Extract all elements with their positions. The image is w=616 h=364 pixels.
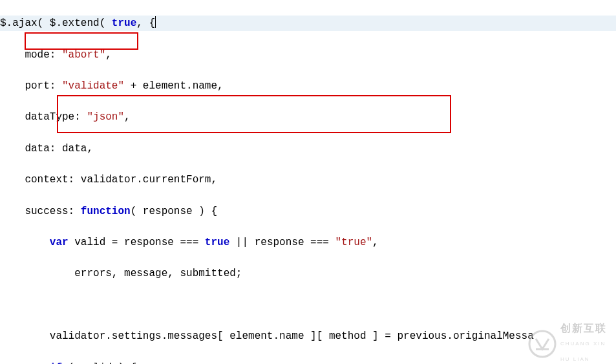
code-line-12: if ( valid ) { — [0, 360, 616, 364]
code-line-10 — [0, 297, 616, 313]
code-line-3: port: "validate" + element.name, — [0, 78, 616, 94]
code-line-5: data: data, — [0, 141, 616, 156]
code-line-4: dataType: "json", — [0, 109, 616, 125]
code-line-7: success: function( response ) { — [0, 204, 616, 219]
code-line-1: $.ajax( $.extend( true, { — [0, 16, 616, 31]
code-line-11: validator.settings.messages[ element.nam… — [0, 328, 616, 344]
code-line-2: mode: "abort", — [0, 47, 616, 63]
code-line-8: var valid = response === true || respons… — [0, 235, 616, 250]
code-editor[interactable]: $.ajax( $.extend( true, { mode: "abort",… — [0, 0, 616, 364]
code-line-9: errors, message, submitted; — [0, 266, 616, 281]
text-caret — [155, 16, 156, 28]
code-line-6: context: validator.currentForm, — [0, 172, 616, 187]
